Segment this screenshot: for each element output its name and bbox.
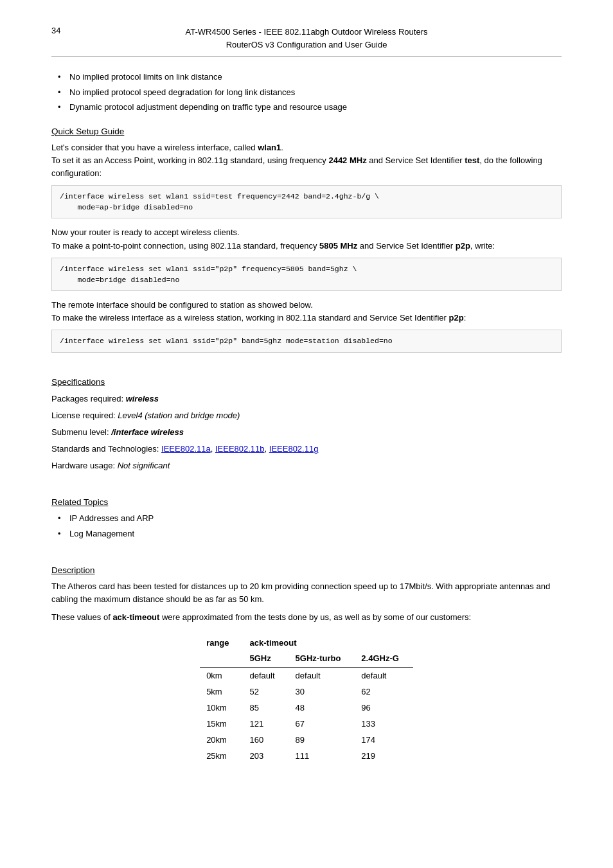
cell-24ghz: 133 [355, 716, 413, 732]
para1-normal1: Let's consider that you have a wireless … [51, 143, 258, 152]
ack-table-body: 0km default default default 5km 52 30 62… [200, 667, 413, 764]
cell-5ghz-turbo: 111 [289, 748, 355, 764]
para2-normal1: These values of [51, 612, 112, 622]
cell-24ghz: 62 [355, 684, 413, 700]
link-ieee80211b[interactable]: IEEE802.11b [215, 444, 265, 454]
cell-5ghz: 160 [244, 732, 289, 748]
table-row: 10km 85 48 96 [200, 700, 413, 716]
standards-label: Standards and Technologies: [51, 444, 161, 454]
header-title-line1: AT-WR4500 Series - IEEE 802.11abgh Outdo… [186, 26, 428, 39]
para2-bold: ack-timeout [112, 612, 159, 622]
para3-text: Now your router is ready to accept wirel… [51, 227, 240, 237]
related-topics-list: IP Addresses and ARP Log Management [51, 512, 562, 540]
cell-24ghz: default [355, 667, 413, 684]
ack-timeout-table: range ack-timeout 5GHz 5GHz-turbo 2.4GHz… [200, 635, 413, 764]
code-block-2: /interface wireless set wlan1 ssid="p2p"… [51, 258, 562, 292]
page-header: 34 AT-WR4500 Series - IEEE 802.11abgh Ou… [51, 26, 562, 57]
para2-normal1: To set it as an Access Point, working in… [51, 155, 328, 165]
cell-5ghz: 85 [244, 700, 289, 716]
submenu-label: Submenu level: [51, 427, 111, 437]
cell-5ghz-turbo: 89 [289, 732, 355, 748]
specs-license: License required: Level4 (station and br… [51, 409, 562, 423]
specs-standards: Standards and Technologies: IEEE802.11a,… [51, 442, 562, 456]
table-ack-group-header: ack-timeout [244, 635, 413, 650]
description-para1: The Atheros card has been tested for dis… [51, 580, 562, 606]
para2-bold1: 2442 MHz [328, 155, 366, 165]
quick-setup-section: Quick Setup Guide Let's consider that yo… [51, 127, 562, 353]
ack-table-wrapper: range ack-timeout 5GHz 5GHz-turbo 2.4GHz… [51, 635, 562, 764]
cell-5ghz-turbo: 30 [289, 684, 355, 700]
related-topic-1: IP Addresses and ARP [58, 512, 562, 525]
table-col-range [200, 650, 243, 668]
para4-normal1: To make a point-to-point connection, usi… [51, 241, 319, 251]
quick-setup-para1: Let's consider that you have a wireless … [51, 141, 562, 180]
related-topics-section: Related Topics IP Addresses and ARP Log … [51, 497, 562, 540]
cell-5ghz: 121 [244, 716, 289, 732]
quick-setup-heading: Quick Setup Guide [51, 127, 562, 136]
cell-range: 25km [200, 748, 243, 764]
packages-value: wireless [126, 394, 159, 403]
table-col-24ghz: 2.4GHz-G [355, 650, 413, 668]
description-section: Description The Atheros card has been te… [51, 565, 562, 763]
quick-setup-para5: The remote interface should be configure… [51, 299, 562, 324]
table-row: 25km 203 111 219 [200, 748, 413, 764]
para1-end: . [281, 143, 283, 152]
code-block-3: /interface wireless set wlan1 ssid="p2p"… [51, 330, 562, 352]
specs-hardware: Hardware usage: Not significant [51, 459, 562, 473]
para2-bold2: test [465, 155, 479, 165]
submenu-value: /interface wireless [111, 427, 184, 437]
table-row: 15km 121 67 133 [200, 716, 413, 732]
related-topics-heading: Related Topics [51, 497, 562, 507]
cell-5ghz-turbo: 67 [289, 716, 355, 732]
para4-end: , write: [470, 241, 495, 251]
bullet-item-1: No implied protocol limits on link dista… [58, 71, 562, 84]
license-label: License required: [51, 411, 118, 420]
hardware-label: Hardware usage: [51, 461, 118, 470]
table-group-header-row: range ack-timeout [200, 635, 413, 650]
cell-5ghz: 203 [244, 748, 289, 764]
bullet-item-3: Dynamic protocol adjustment depending on… [58, 101, 562, 114]
cell-5ghz: default [244, 667, 289, 684]
cell-range: 5km [200, 684, 243, 700]
specs-submenu: Submenu level: /interface wireless [51, 425, 562, 439]
license-value: Level4 (station and bridge mode) [118, 411, 240, 420]
page-number: 34 [51, 26, 71, 35]
link-ieee80211g[interactable]: IEEE802.11g [269, 444, 319, 454]
para5-text: The remote interface should be configure… [51, 300, 313, 310]
para1-bold: wlan1 [258, 143, 281, 152]
code-block-1: /interface wireless set wlan1 ssid=test … [51, 185, 562, 219]
cell-5ghz-turbo: default [289, 667, 355, 684]
description-heading: Description [51, 565, 562, 575]
description-para2: These values of ack-timeout were approxi… [51, 611, 562, 624]
table-sub-header-row: 5GHz 5GHz-turbo 2.4GHz-G [200, 650, 413, 668]
cell-5ghz: 52 [244, 684, 289, 700]
cell-range: 10km [200, 700, 243, 716]
page: 34 AT-WR4500 Series - IEEE 802.11abgh Ou… [0, 0, 613, 868]
quick-setup-para3: Now your router is ready to accept wirel… [51, 226, 562, 252]
cell-24ghz: 174 [355, 732, 413, 748]
packages-label: Packages required: [51, 394, 126, 403]
table-range-group-header: range [200, 635, 243, 650]
header-title-line2: RouterOS v3 Configuration and User Guide [186, 39, 428, 51]
related-topic-2: Log Management [58, 527, 562, 540]
specifications-heading: Specifications [51, 377, 562, 387]
table-col-5ghz-turbo: 5GHz-turbo [289, 650, 355, 668]
para4-bold: 5805 MHz [319, 241, 357, 251]
hardware-value: Not significant [118, 461, 170, 470]
para6-end: : [464, 313, 466, 323]
table-row: 20km 160 89 174 [200, 732, 413, 748]
para6-bold: p2p [449, 313, 464, 323]
table-row: 0km default default default [200, 667, 413, 684]
header-title: AT-WR4500 Series - IEEE 802.11abgh Outdo… [186, 26, 428, 51]
specs-packages: Packages required: wireless [51, 392, 562, 406]
cell-24ghz: 96 [355, 700, 413, 716]
cell-24ghz: 219 [355, 748, 413, 764]
cell-range: 20km [200, 732, 243, 748]
link-ieee80211a[interactable]: IEEE802.11a [161, 444, 211, 454]
cell-5ghz-turbo: 48 [289, 700, 355, 716]
intro-bullet-list: No implied protocol limits on link dista… [51, 71, 562, 114]
table-row: 5km 52 30 62 [200, 684, 413, 700]
para2-normal2: and Service Set Identifier [367, 155, 465, 165]
para2-normal2: were approximated from the tests done by… [159, 612, 471, 622]
cell-range: 0km [200, 667, 243, 684]
